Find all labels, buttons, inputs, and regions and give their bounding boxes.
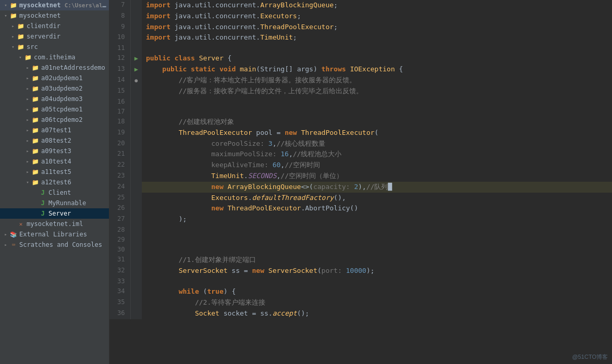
- code-content[interactable]: keepAliveTime: 60,//空闲时间: [142, 160, 612, 171]
- code-content[interactable]: new ArrayBlockingQueue<>(capacity: 2),//…: [142, 182, 612, 193]
- sidebar-item-a04udpdemo3[interactable]: ▸ 📁 a04udpdemo3: [0, 94, 109, 104]
- line-number: 30: [109, 245, 130, 255]
- line-number: 26: [109, 203, 130, 214]
- code-content[interactable]: ServerSocket ss = new ServerSocket(port:…: [142, 266, 612, 277]
- arrow-src: ▾: [9, 44, 17, 49]
- icon-a06tcpdemo2: 📁: [31, 116, 40, 124]
- icon-mysocketnet: 📁: [9, 11, 18, 20]
- line-gutter: [130, 286, 142, 297]
- arrow-Scratches and Consoles: ▸: [2, 242, 9, 247]
- sidebar-item-clientdir[interactable]: ▸ 📁 clientdir: [0, 21, 109, 31]
- icon-a01netAddressdemo: 📁: [31, 64, 40, 72]
- line-gutter: ▶: [130, 53, 142, 64]
- sidebar-item-com.itheima[interactable]: ▾ 📁 com.itheima: [0, 52, 109, 62]
- code-content[interactable]: [142, 97, 612, 107]
- code-content[interactable]: //客户端：将本地文件上传到服务器。接收服务器的反馈。: [142, 75, 612, 86]
- code-content[interactable]: [142, 245, 612, 255]
- sidebar-item-a12test6[interactable]: ▾ 📁 a12test6: [0, 177, 109, 187]
- code-content[interactable]: maximumPoolSize: 16,//线程池总大小: [142, 149, 612, 160]
- code-content[interactable]: [142, 225, 612, 235]
- arrow-a01netAddressdemo: ▸: [24, 65, 31, 70]
- label-com.itheima: com.itheima: [34, 54, 75, 61]
- code-content[interactable]: //服务器：接收客户端上传的文件，上传完毕之后给出反馈。: [142, 86, 612, 97]
- label-a01netAddressdemo: a01netAddressdemo: [41, 64, 105, 71]
- code-content[interactable]: public class Server {: [142, 53, 612, 64]
- file-tree[interactable]: ▾ 📁 mysocketnet C:\Users\alienware\deal …: [0, 0, 109, 364]
- code-content[interactable]: [142, 235, 612, 245]
- sidebar-item-a03udpdemo2[interactable]: ▸ 📁 a03udpdemo2: [0, 83, 109, 94]
- line-number: 7: [109, 0, 130, 11]
- sidebar-item-Scratches and Consoles[interactable]: ▸ ⌨ Scratches and Consoles: [0, 240, 109, 250]
- table-row: 21 maximumPoolSize: 16,//线程池总大小: [109, 149, 612, 160]
- arrow-a02udpdemo1: ▸: [24, 76, 31, 81]
- sidebar-item-a06tcpdemo2[interactable]: ▸ 📁 a06tcpdemo2: [0, 115, 109, 125]
- code-content[interactable]: import java.util.concurrent.ThreadPoolEx…: [142, 22, 612, 33]
- sidebar-item-a09test3[interactable]: ▸ 📁 a09test3: [0, 146, 109, 156]
- line-number: 28: [109, 225, 130, 235]
- code-content[interactable]: Executors.defaultThreadFactory(),: [142, 193, 612, 204]
- sidebar-item-a05tcpdemo1[interactable]: ▸ 📁 a05tcpdemo1: [0, 104, 109, 115]
- sidebar-item-mysocketnet[interactable]: ▾ 📁 mysocketnet: [0, 10, 109, 21]
- code-content[interactable]: public static void main(String[] args) t…: [142, 64, 612, 75]
- arrow-a07test1: ▸: [24, 128, 31, 133]
- line-number: 11: [109, 43, 130, 53]
- table-row: 14● //客户端：将本地文件上传到服务器。接收服务器的反馈。: [109, 75, 612, 86]
- code-content[interactable]: //2.等待客户端来连接: [142, 297, 612, 308]
- table-row: 17: [109, 107, 612, 117]
- code-content[interactable]: import java.util.concurrent.ArrayBlockin…: [142, 0, 612, 11]
- project-root[interactable]: ▾ 📁 mysocketnet C:\Users\alienware\deal: [0, 0, 109, 10]
- code-content[interactable]: //1.创建对象并绑定端口: [142, 255, 612, 266]
- line-number: 34: [109, 286, 130, 297]
- sidebar-item-a07test1[interactable]: ▸ 📁 a07test1: [0, 125, 109, 135]
- code-content[interactable]: [142, 43, 612, 53]
- sidebar-item-src[interactable]: ▾ 📁 src: [0, 42, 109, 52]
- label-a11test5: a11test5: [41, 168, 71, 175]
- sidebar-item-serverdir[interactable]: ▸ 📁 serverdir: [0, 31, 109, 42]
- line-number: 29: [109, 235, 130, 245]
- code-content[interactable]: import java.util.concurrent.Executors;: [142, 11, 612, 22]
- line-number: 24: [109, 182, 130, 193]
- code-content[interactable]: );: [142, 214, 612, 225]
- code-content[interactable]: [142, 277, 612, 286]
- sidebar-item-a08test2[interactable]: ▸ 📁 a08test2: [0, 135, 109, 146]
- sidebar-item-MyRunnable[interactable]: J MyRunnable: [0, 198, 109, 208]
- icon-src: 📁: [17, 43, 25, 51]
- sidebar-item-a10test4[interactable]: ▸ 📁 a10test4: [0, 156, 109, 167]
- code-content[interactable]: [142, 107, 612, 117]
- line-number: 10: [109, 32, 130, 43]
- icon-a05tcpdemo1: 📁: [31, 105, 40, 114]
- sidebar-item-Client[interactable]: J Client: [0, 187, 109, 198]
- code-content[interactable]: TimeUnit.SECONDS,//空闲时间（单位）: [142, 171, 612, 182]
- line-number: 21: [109, 149, 130, 160]
- sidebar-item-External Libraries[interactable]: ▸ 📚 External Libraries: [0, 229, 109, 240]
- sidebar-item-a11test5[interactable]: ▸ 📁 a11test5: [0, 167, 109, 177]
- table-row: 11: [109, 43, 612, 53]
- line-gutter: ▶: [130, 64, 142, 75]
- code-content[interactable]: corePoolSize: 3,//核心线程数量: [142, 139, 612, 149]
- sidebar-item-Server[interactable]: J Server: [0, 208, 109, 219]
- line-gutter: [130, 193, 142, 204]
- icon-com.itheima: 📁: [24, 53, 32, 61]
- arrow-a10test4: ▸: [24, 159, 31, 164]
- sidebar-item-a02udpdemo1[interactable]: ▸ 📁 a02udpdemo1: [0, 73, 109, 83]
- line-number: 12: [109, 53, 130, 64]
- table-row: 18 //创建线程池对象: [109, 117, 612, 128]
- line-gutter: [130, 107, 142, 117]
- label-clientdir: clientdir: [27, 22, 60, 30]
- sidebar-item-mysocketnet.iml[interactable]: ✕ mysocketnet.iml: [0, 219, 109, 229]
- table-row: 23 TimeUnit.SECONDS,//空闲时间（单位）: [109, 171, 612, 182]
- code-content[interactable]: new ThreadPoolExecutor.AbortPolicy(): [142, 203, 612, 214]
- table-row: 13▶ public static void main(String[] arg…: [109, 64, 612, 75]
- label-src: src: [27, 43, 38, 51]
- line-gutter: [130, 277, 142, 286]
- code-content[interactable]: ThreadPoolExecutor pool = new ThreadPool…: [142, 128, 612, 139]
- code-content[interactable]: import java.util.concurrent.TimeUnit;: [142, 32, 612, 43]
- sidebar-item-a01netAddressdemo[interactable]: ▸ 📁 a01netAddressdemo: [0, 62, 109, 73]
- arrow-a11test5: ▸: [24, 169, 31, 174]
- code-editor[interactable]: 7import java.util.concurrent.ArrayBlocki…: [109, 0, 612, 364]
- line-gutter: [130, 225, 142, 235]
- line-gutter: [130, 308, 142, 319]
- code-content[interactable]: Socket socket = ss.accept();: [142, 308, 612, 319]
- code-content[interactable]: //创建线程池对象: [142, 117, 612, 128]
- code-content[interactable]: while (true) {: [142, 286, 612, 297]
